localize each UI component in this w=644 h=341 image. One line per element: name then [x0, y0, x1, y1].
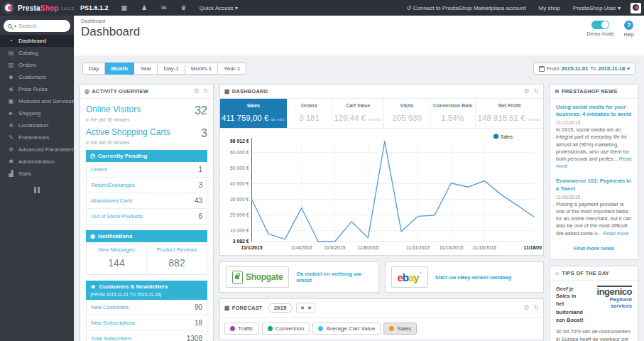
kpi-row: Sales411 759,00 € tax excl. Orders3 181 …	[220, 99, 543, 129]
svg-text:11/4/2015: 11/4/2015	[291, 245, 312, 250]
filter-year-1-button[interactable]: Year-1	[218, 63, 246, 75]
breadcrumb[interactable]: Dashboard	[81, 18, 637, 23]
online-visitors-link[interactable]: Online Visitors	[86, 104, 141, 114]
filter-year-button[interactable]: Year	[134, 63, 158, 75]
forecast-panel: ▦FORECAST 2015 «» ⚙↻ Traffic Conversion …	[219, 298, 544, 340]
forecast-tabs: Traffic Conversion Average Cart Value Sa…	[220, 318, 543, 340]
gear-icon[interactable]: ⚙	[523, 305, 529, 311]
tab-sales[interactable]: Sales	[383, 323, 417, 335]
activity-icon: ◎	[84, 88, 89, 94]
activity-panel-title: ACTIVITY OVERVIEW	[92, 88, 148, 94]
sales-dot-icon	[389, 326, 394, 331]
sidebar-item-modules[interactable]: ▣Modules and Services	[0, 95, 74, 107]
user-avatar[interactable]	[631, 3, 641, 13]
my-shop-link[interactable]: My shop	[539, 5, 560, 11]
filter-month-button[interactable]: Month	[105, 63, 134, 75]
activity-overview-panel: ◎ACTIVITY OVERVIEW ⚙↻ Online Visitors32 …	[80, 84, 214, 341]
kpi-conversion-rate[interactable]: Conversion Rate1.54%	[430, 99, 476, 128]
trophy-icon[interactable]: ♛	[181, 4, 187, 11]
quick-access-menu[interactable]: Quick Access ▾	[200, 5, 238, 11]
search-input[interactable]	[18, 23, 66, 29]
modules-icon: ▣	[6, 98, 16, 104]
average-cart-value-dot-icon	[318, 326, 323, 331]
shopgate-link[interactable]: Ga mobiel en verhoog uw omzet	[296, 271, 372, 283]
kpi-visits[interactable]: Visits205 939	[384, 99, 430, 128]
sidebar-item-administration[interactable]: ✱Administration	[0, 156, 74, 168]
tab-average-cart-value[interactable]: Average Cart Value	[312, 323, 381, 335]
active-carts-value: 3	[201, 127, 207, 140]
sidebar-collapse-icon[interactable]	[33, 187, 40, 193]
tab-conversion[interactable]: Conversion	[262, 323, 310, 335]
kpi-net-profit[interactable]: Net Profit148 918,51 € tax excl.	[476, 99, 543, 128]
refresh-icon[interactable]: ↻	[533, 305, 539, 311]
active-carts-sub: in the last 30 minutes	[86, 140, 207, 145]
marketplace-link[interactable]: ↺Connect to PrestaShop Marketplace accou…	[406, 5, 525, 11]
search-scope-caret-icon[interactable]: ▾	[14, 23, 16, 28]
date-range-button[interactable]: From 2015-11-01 To 2015-11-18 ▾	[533, 63, 635, 75]
forecast-year-badge: 2015	[268, 303, 293, 313]
news-article-link[interactable]: Ecommerce 101: Payments in a Tweet	[556, 178, 632, 192]
forecast-panel-title: FORECAST	[232, 305, 263, 311]
demo-mode-toggle[interactable]	[591, 21, 609, 29]
kpi-orders[interactable]: Orders3 181	[287, 99, 333, 128]
customers-icon[interactable]: ♟	[141, 4, 147, 11]
sidebar-item-customers[interactable]: ☻Customers	[0, 71, 74, 83]
sidebar-item-stats[interactable]: ▟Stats	[0, 168, 74, 180]
svg-text:20 000 €: 20 000 €	[230, 212, 249, 217]
filter-month-1-button[interactable]: Month-1	[185, 63, 218, 75]
sidebar-item-price-rules[interactable]: ◈Price Rules	[0, 83, 74, 95]
svg-text:Sales: Sales	[501, 134, 513, 139]
sidebar-item-dashboard[interactable]: ◔Dashboard	[0, 35, 74, 47]
shopgate-ad: Shopgate Ga mobiel en verhoog uw omzet	[219, 261, 379, 293]
filter-day-button[interactable]: Day	[82, 63, 105, 75]
notifications-table: New Messages144 Product Reviews882	[86, 242, 207, 275]
sidebar-item-localization[interactable]: ⊕Localization	[0, 119, 74, 131]
sidebar-item-orders[interactable]: ▥Orders	[0, 59, 74, 71]
gear-icon[interactable]: ⚙	[523, 88, 529, 94]
preferences-icon: ✎	[6, 134, 16, 141]
help-icon[interactable]: ?	[624, 21, 633, 30]
svg-text:66 912 €: 66 912 €	[230, 139, 249, 144]
bell-icon: ◉	[90, 233, 95, 239]
next-year-button[interactable]: »	[307, 304, 311, 312]
module-ads-row: Shopgate Ga mobiel en verhoog uw omzet e…	[219, 261, 544, 293]
user-menu[interactable]: PrestaShop User ▾	[573, 5, 621, 11]
currently-pending-header: ◷Currently Pending	[86, 150, 207, 162]
kpi-cart-value[interactable]: Cart Value129,44 € tax excl.	[332, 99, 384, 128]
sidebar-search[interactable]: ▾	[4, 20, 70, 32]
svg-text:11/13/2015: 11/13/2015	[440, 245, 464, 250]
refresh-icon[interactable]: ↻	[533, 88, 539, 94]
messages-icon[interactable]: ✉	[161, 4, 167, 11]
help-label: Help	[624, 32, 634, 37]
gear-icon[interactable]: ⚙	[193, 88, 199, 94]
pending-row-abandoned-carts: Abandoned Carts43	[87, 193, 207, 209]
pending-row-returns: Return/Exchanges3	[87, 178, 207, 193]
refresh-icon[interactable]: ↻	[203, 88, 209, 94]
sidebar: ▾ ◔Dashboard ▤Catalog ▥Orders ☻Customers…	[0, 16, 74, 341]
kpi-sales[interactable]: Sales411 759,00 € tax excl.	[220, 99, 287, 128]
sidebar-item-preferences[interactable]: ✎Preferences	[0, 131, 74, 144]
news-panel-title: PRESTASHOP NEWS	[562, 88, 618, 94]
news-article-link[interactable]: Using social media for your business: 4 …	[556, 104, 632, 118]
date-to: 2015-11-18	[598, 65, 625, 72]
cart-icon[interactable]: ▦	[121, 4, 127, 11]
pending-row-out-of-stock: Out of Stock Products6	[87, 209, 207, 224]
sidebar-item-catalog[interactable]: ▤Catalog	[0, 47, 74, 59]
sidebar-item-shipping[interactable]: ►Shipping	[0, 107, 74, 119]
notifications-header: ◉Notifications	[86, 230, 207, 242]
customers-newsletters-header: ☻Customers & Newsletters	[86, 281, 207, 293]
ebay-link[interactable]: Start uw eBay-winkel vandaag	[435, 274, 512, 281]
svg-text:11/15/2015: 11/15/2015	[473, 245, 497, 250]
pending-table: Orders1 Return/Exchanges3 Abandoned Cart…	[86, 162, 207, 224]
filter-day-1-button[interactable]: Day-1	[158, 63, 185, 75]
orders-icon: ▥	[6, 62, 16, 68]
active-carts-link[interactable]: Active Shopping Carts	[86, 127, 170, 137]
sidebar-nav: ◔Dashboard ▤Catalog ▥Orders ☻Customers ◈…	[0, 35, 74, 180]
new-customers-row: New Customers90	[87, 300, 207, 315]
previous-year-button[interactable]: «	[300, 304, 304, 312]
read-more-link[interactable]: Read more	[603, 230, 628, 237]
svg-text:10 000 €: 10 000 €	[230, 228, 249, 233]
find-more-news-link[interactable]: Find more news	[556, 245, 632, 251]
tab-traffic[interactable]: Traffic	[224, 323, 259, 335]
sidebar-item-advanced-parameters[interactable]: ⚙Advanced Parameters	[0, 144, 74, 156]
